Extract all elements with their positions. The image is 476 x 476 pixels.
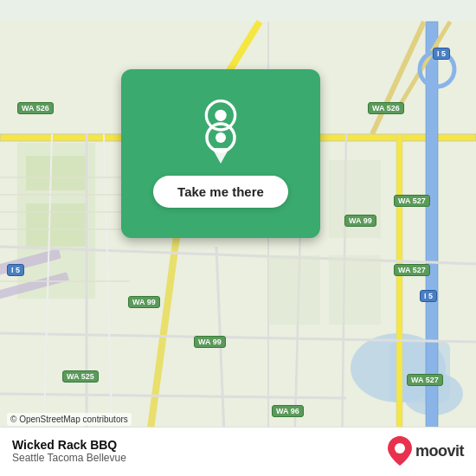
road-badge-wa525: WA 525 (62, 370, 99, 383)
moovit-logo: moovit (388, 436, 464, 466)
road-badge-wa527-3: WA 527 (407, 374, 443, 386)
road-badge-wa526-1: WA 526 (17, 102, 54, 114)
road-badge-wa96: WA 96 (272, 405, 304, 417)
place-name: Wicked Rack BBQ (12, 438, 126, 452)
place-info: Wicked Rack BBQ Seattle Tacoma Bellevue (12, 438, 126, 464)
road-badge-wa526-4: WA 526 (368, 102, 404, 114)
bottom-bar: Wicked Rack BBQ Seattle Tacoma Bellevue … (0, 427, 476, 476)
svg-point-40 (215, 110, 226, 121)
road-badge-wa99-2: WA 99 (128, 296, 160, 308)
road-badge-i5-3: I 5 (7, 264, 24, 276)
svg-rect-37 (268, 255, 320, 325)
moovit-brand-text: moovit (415, 442, 464, 460)
svg-rect-5 (26, 156, 87, 190)
moovit-pin-icon (388, 436, 412, 466)
road-badge-i5-1: I 5 (433, 48, 450, 60)
svg-point-44 (395, 443, 405, 453)
map-container: WA 526 WA 526 WA 526 WA 526 WA 99 WA 99 … (0, 0, 476, 476)
road-badge-wa527-1: WA 527 (394, 195, 430, 207)
map-pin-icon (203, 122, 238, 164)
svg-rect-6 (26, 203, 87, 247)
place-location: Seattle Tacoma Bellevue (12, 452, 126, 464)
road-badge-wa99-1: WA 99 (344, 215, 376, 227)
road-badge-i5-2: I 5 (420, 290, 437, 302)
road-badge-wa99-3: WA 99 (194, 336, 226, 348)
svg-rect-12 (396, 134, 402, 454)
road-badge-wa527-2: WA 527 (394, 264, 430, 276)
take-me-there-button[interactable]: Take me there (153, 176, 288, 208)
svg-rect-38 (329, 255, 381, 325)
location-card: Take me there (121, 69, 320, 238)
svg-marker-43 (212, 148, 229, 164)
svg-point-42 (215, 132, 226, 143)
osm-attribution: © OpenStreetMap contributors (7, 413, 132, 426)
